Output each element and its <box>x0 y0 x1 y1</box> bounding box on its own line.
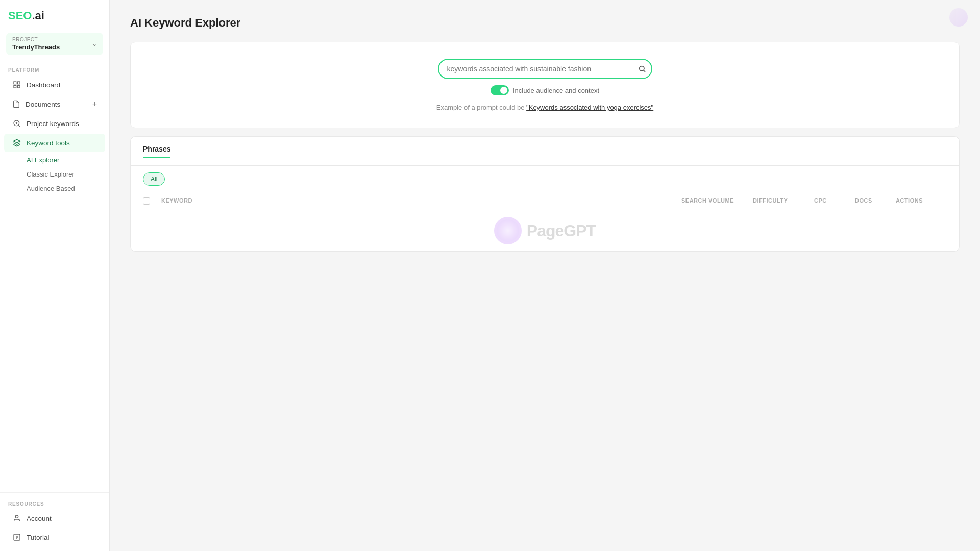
sidebar: SEO.ai PROJECT TrendyThreads ⌄ PLATFORM … <box>0 0 110 551</box>
sidebar-item-audience-based[interactable]: Audience Based <box>18 182 105 195</box>
sidebar-item-tutorial[interactable]: Tutorial <box>4 528 105 546</box>
svg-line-5 <box>18 125 20 127</box>
svg-line-12 <box>644 70 645 72</box>
col-keyword: KEYWORD <box>161 197 681 205</box>
sidebar-item-documents[interactable]: Documents + <box>4 95 105 113</box>
table-body: PageGPT <box>131 210 959 251</box>
col-docs: DOCS <box>855 197 896 205</box>
svg-rect-0 <box>14 82 16 84</box>
toggle-row: Include audience and context <box>491 85 599 95</box>
sidebar-item-ai-explorer[interactable]: AI Explorer <box>18 153 105 167</box>
filter-row: All <box>131 166 959 192</box>
documents-icon <box>12 100 20 108</box>
add-document-icon[interactable]: + <box>92 99 97 109</box>
platform-section-label: PLATFORM <box>0 63 109 75</box>
table-header: KEYWORD SEARCH VOLUME DIFFICULTY CPC DOC… <box>131 192 959 210</box>
account-label: Account <box>27 515 52 522</box>
logo-text: SEO.ai <box>8 9 44 22</box>
dashboard-icon <box>12 80 21 89</box>
project-keywords-icon <box>12 119 21 128</box>
sidebar-item-classic-explorer[interactable]: Classic Explorer <box>18 167 105 181</box>
svg-rect-3 <box>17 85 20 88</box>
sidebar-item-dashboard[interactable]: Dashboard <box>4 76 105 94</box>
tutorial-icon <box>12 533 21 542</box>
dashboard-label: Dashboard <box>27 81 60 89</box>
select-all-checkbox-cell <box>143 197 161 205</box>
documents-label: Documents <box>26 101 60 108</box>
keyword-tools-label: Keyword tools <box>27 139 70 147</box>
select-all-checkbox[interactable] <box>143 197 150 205</box>
header-avatar-area <box>949 8 968 27</box>
example-prefix: Example of a prompt could be <box>436 104 526 111</box>
watermark-ring <box>494 217 522 244</box>
account-icon <box>12 514 21 523</box>
main-content: AI Keyword Explorer Include audience and… <box>110 0 980 551</box>
filter-all-button[interactable]: All <box>143 172 165 186</box>
svg-point-11 <box>639 66 644 71</box>
avatar[interactable] <box>949 8 968 27</box>
col-cpc: CPC <box>814 197 855 205</box>
search-container: Include audience and context Example of … <box>151 59 939 111</box>
project-keywords-label: Project keywords <box>27 120 79 128</box>
watermark: PageGPT <box>494 217 596 244</box>
page-title: AI Keyword Explorer <box>130 16 960 30</box>
sidebar-item-project-keywords[interactable]: Project keywords <box>4 114 105 133</box>
tab-phrases[interactable]: Phrases <box>143 145 170 158</box>
search-card: Include audience and context Example of … <box>130 42 960 128</box>
audience-context-toggle[interactable] <box>491 85 509 95</box>
svg-rect-2 <box>14 85 16 88</box>
logo-seo: SEO <box>8 9 32 22</box>
svg-rect-1 <box>17 82 20 84</box>
svg-point-6 <box>15 515 18 518</box>
logo: SEO.ai <box>0 0 109 29</box>
tutorial-label: Tutorial <box>27 534 50 541</box>
watermark-text: PageGPT <box>527 221 596 240</box>
project-selector[interactable]: PROJECT TrendyThreads ⌄ <box>6 33 103 55</box>
col-search-volume: SEARCH VOLUME <box>681 197 753 205</box>
documents-left: Documents <box>12 100 60 108</box>
search-button[interactable] <box>635 62 649 76</box>
sidebar-item-account[interactable]: Account <box>4 509 105 528</box>
phrases-header: Phrases <box>131 137 959 166</box>
keyword-tools-icon <box>12 138 21 147</box>
search-input-wrapper <box>438 59 652 79</box>
resources-section-label: RESOURCES <box>0 497 109 509</box>
sidebar-bottom: RESOURCES Account Tutorial <box>0 492 109 551</box>
chevron-down-icon: ⌄ <box>92 40 97 47</box>
example-text: Example of a prompt could be "Keywords a… <box>436 104 653 111</box>
project-name: TrendyThreads <box>12 43 60 51</box>
col-difficulty: DIFFICULTY <box>753 197 814 205</box>
phrases-card: Phrases All KEYWORD SEARCH VOLUME DIFFIC… <box>130 136 960 252</box>
keyword-tools-sub-items: AI Explorer Classic Explorer Audience Ba… <box>0 153 109 196</box>
example-link[interactable]: "Keywords associated with yoga exercises… <box>526 104 653 111</box>
search-input[interactable] <box>438 59 652 79</box>
sidebar-item-keyword-tools[interactable]: Keyword tools <box>4 134 105 152</box>
project-label: PROJECT <box>12 37 60 42</box>
logo-ai: .ai <box>32 9 44 22</box>
project-info: PROJECT TrendyThreads <box>12 37 60 51</box>
col-actions: ACTIONS <box>896 197 947 205</box>
toggle-label: Include audience and context <box>513 87 599 94</box>
